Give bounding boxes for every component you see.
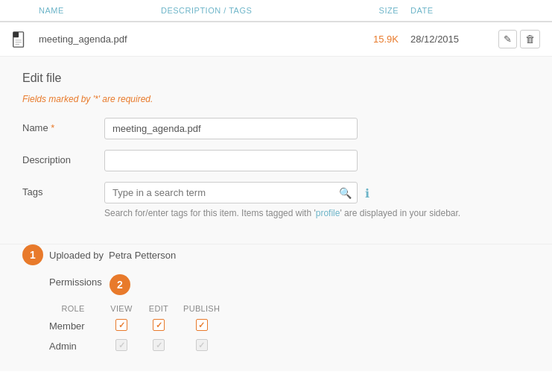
member-publish-checkbox-visual [196, 319, 208, 331]
member-view-checkbox-wrap[interactable] [115, 319, 127, 331]
uploaded-by-label: Uploaded by [49, 250, 109, 261]
step2-badge: 2 [110, 274, 130, 295]
member-role-cell: Member [49, 316, 109, 336]
edit-panel: Edit file Fields marked by '*' are requi… [0, 57, 552, 244]
tags-input-wrap: 🔍 [104, 182, 358, 203]
name-required-star: * [51, 122, 54, 133]
admin-edit-cell [146, 336, 183, 356]
member-edit-checkbox-wrap[interactable] [153, 319, 165, 331]
description-input[interactable] [104, 150, 358, 171]
info-icon[interactable]: ℹ [365, 186, 369, 200]
col-publish-header: PUBLISH [183, 301, 232, 316]
edit-panel-title: Edit file [22, 72, 530, 85]
admin-view-checkbox-wrap [115, 339, 127, 351]
member-edit-cell [146, 316, 183, 336]
tags-input[interactable] [104, 182, 358, 203]
file-size: 15.9K [339, 34, 399, 45]
table-header: NAME DESCRIPTION / TAGS SIZE DATE [0, 0, 552, 22]
col-name-header: NAME [12, 6, 161, 15]
member-view-checkbox-visual [115, 319, 127, 331]
edit-file-button[interactable]: ✎ [498, 30, 517, 48]
admin-publish-cell [183, 336, 232, 356]
uploaded-by-row: 1 Uploaded by Petra Petterson [22, 244, 530, 265]
delete-file-button[interactable]: 🗑 [520, 30, 540, 48]
tags-hint: Search for/enter tags for this item. Ite… [22, 208, 530, 218]
trash-icon: 🗑 [525, 34, 535, 45]
member-publish-checkbox-wrap[interactable] [196, 319, 208, 331]
search-icon: 🔍 [339, 187, 352, 199]
admin-view-checkbox-visual [115, 339, 127, 351]
admin-edit-checkbox-wrap [153, 339, 165, 351]
step1-badge: 1 [22, 244, 43, 265]
name-label: Name * [22, 118, 104, 133]
required-note: Fields marked by '*' are required. [22, 94, 530, 104]
col-date-header: DATE [399, 6, 488, 15]
permissions-table: ROLE VIEW EDIT PUBLISH Member [49, 301, 232, 356]
admin-edit-checkbox-visual [153, 339, 165, 351]
col-size-header: SIZE [339, 6, 399, 15]
name-form-row: Name * [22, 118, 530, 139]
member-publish-cell [183, 316, 232, 336]
admin-publish-checkbox-visual [196, 339, 208, 351]
tags-row: Tags 🔍 ℹ [22, 182, 530, 203]
uploaded-by-value: Petra Petterson [109, 250, 176, 261]
svg-rect-1 [13, 31, 19, 37]
file-actions: ✎ 🗑 [488, 30, 540, 48]
permissions-admin-row: Admin [49, 336, 232, 356]
col-edit-header: EDIT [146, 301, 183, 316]
admin-role-cell: Admin [49, 336, 109, 356]
description-label: Description [22, 150, 104, 165]
tags-label: Tags [22, 182, 104, 197]
permissions-header-row: ROLE VIEW EDIT PUBLISH [49, 301, 232, 316]
file-date: 28/12/2015 [399, 34, 488, 45]
name-input[interactable] [104, 118, 358, 139]
description-form-row: Description [22, 150, 530, 171]
col-desc-header: DESCRIPTION / TAGS [161, 6, 339, 15]
member-view-cell [109, 316, 146, 336]
file-name: meeting_agenda.pdf [39, 34, 161, 45]
col-role-header: ROLE [49, 301, 109, 316]
member-edit-checkbox-visual [153, 319, 165, 331]
file-icon [12, 31, 39, 48]
file-row: meeting_agenda.pdf 15.9K 28/12/2015 ✎ 🗑 [0, 22, 552, 57]
permissions-label: Permissions [49, 276, 102, 288]
pencil-icon: ✎ [504, 34, 512, 45]
bottom-section: 1 Uploaded by Petra Petterson Permission… [0, 244, 552, 371]
col-view-header: VIEW [109, 301, 146, 316]
permissions-section: Permissions 2 ROLE VIEW EDIT PUBLISH Mem… [22, 274, 530, 356]
admin-view-cell [109, 336, 146, 356]
tags-hint-highlight: profile [316, 208, 340, 218]
admin-publish-checkbox-wrap [196, 339, 208, 351]
permissions-member-row: Member [49, 316, 232, 336]
